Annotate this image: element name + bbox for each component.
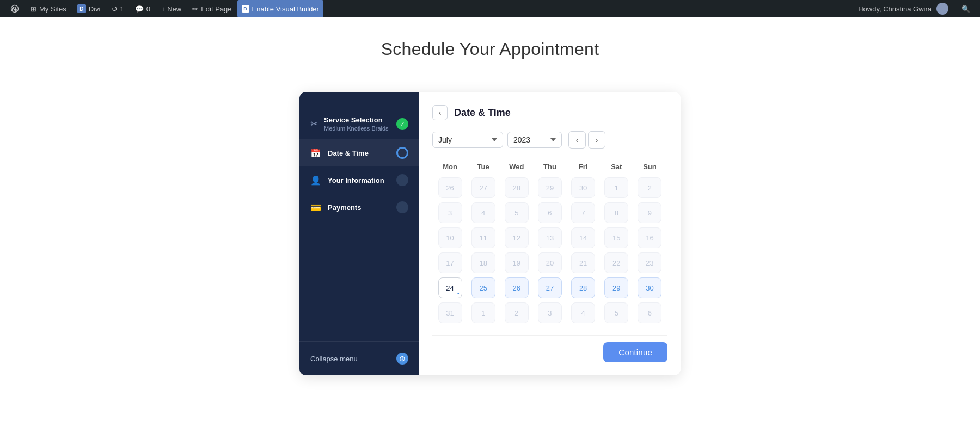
day-2-disabled: 2 (638, 177, 661, 198)
cal-day-cell: 17 (434, 251, 465, 274)
divi-label: Divi (89, 5, 101, 13)
user-avatar (936, 3, 948, 15)
calendar-week-0: 262728293012 (434, 176, 665, 199)
calendar-header-row: Mon Tue Wed Thu Fri Sat Sun (434, 159, 665, 174)
collapse-menu-button[interactable]: Collapse menu ⊕ (310, 353, 408, 365)
cal-day-cell: 18 (468, 251, 499, 274)
step-service-selection[interactable]: ✂ Service Selection Medium Knotless Brai… (299, 108, 419, 139)
day-24-today[interactable]: 24 (438, 277, 462, 298)
calendar-panel: ‹ Date & Time January February March Apr… (419, 92, 681, 375)
user-greeting[interactable]: Howdy, Christina Gwira (853, 0, 954, 17)
wp-logo-item[interactable] (4, 0, 25, 17)
calendar-week-4: 24252627282930 (434, 276, 665, 299)
cal-day-cell: 21 (568, 251, 599, 274)
cal-day-cell: 2 (501, 301, 532, 324)
continue-button[interactable]: Continue (603, 342, 667, 362)
month-select[interactable]: January February March April May June Ju… (432, 132, 503, 148)
day-28-outside-month: 28 (505, 177, 529, 198)
admin-bar: ⊞ My Sites D Divi ↺ 1 💬 0 + New ✏ Edit P… (0, 0, 980, 17)
prev-arrow-icon: ‹ (576, 135, 579, 144)
col-mon: Mon (434, 159, 465, 174)
divi-item[interactable]: D Divi (72, 0, 106, 17)
visual-builder-label: Enable Visual Builder (252, 5, 319, 13)
cal-day-cell: 1 (468, 301, 499, 324)
day-16-disabled: 16 (638, 227, 661, 248)
payments-indicator (396, 201, 408, 213)
comments-item[interactable]: 💬 0 (130, 0, 156, 17)
service-complete-indicator: ✓ (396, 118, 408, 130)
year-select[interactable]: 2022 2023 2024 (507, 132, 562, 148)
cal-day-cell: 29 (534, 176, 565, 199)
next-month-button[interactable]: › (588, 131, 605, 149)
step-your-information[interactable]: 👤 Your Information (299, 166, 419, 194)
day-20-disabled: 20 (538, 252, 562, 273)
cal-day-cell: 6 (534, 201, 565, 224)
cal-day-cell: 2 (634, 176, 665, 199)
day-8-disabled: 8 (604, 202, 628, 223)
search-item[interactable]: 🔍 (956, 0, 976, 17)
col-thu: Thu (534, 159, 565, 174)
cal-day-cell: 12 (501, 226, 532, 249)
greeting-text: Howdy, Christina Gwira (858, 5, 932, 13)
my-sites-label: My Sites (39, 5, 66, 13)
day-27-available[interactable]: 27 (538, 277, 562, 298)
day-17-disabled: 17 (438, 252, 462, 273)
edit-page-item[interactable]: ✏ Edit Page (187, 0, 237, 17)
day-19-disabled: 19 (505, 252, 529, 273)
cal-day-cell: 30 (634, 276, 665, 299)
day-30-outside-month: 30 (571, 177, 595, 198)
visual-builder-item[interactable]: D Enable Visual Builder (237, 0, 323, 17)
day-28-available[interactable]: 28 (571, 277, 595, 298)
new-item[interactable]: + New (156, 0, 187, 17)
col-sat: Sat (601, 159, 632, 174)
cal-day-cell: 4 (468, 201, 499, 224)
cal-day-cell: 27 (468, 176, 499, 199)
day-9-disabled: 9 (638, 202, 661, 223)
day-14-disabled: 14 (571, 227, 595, 248)
col-tue: Tue (468, 159, 499, 174)
card-icon: 💳 (310, 202, 321, 213)
day-25-available[interactable]: 25 (471, 277, 495, 298)
cal-day-cell: 30 (568, 176, 599, 199)
cal-day-cell: 20 (534, 251, 565, 274)
day-22-disabled: 22 (604, 252, 628, 273)
day-5-disabled: 5 (505, 202, 529, 223)
cal-day-cell: 9 (634, 201, 665, 224)
day-13-disabled: 13 (538, 227, 562, 248)
step-payments[interactable]: 💳 Payments (299, 194, 419, 221)
cal-day-cell: 3 (534, 301, 565, 324)
collapse-menu-label: Collapse menu (310, 355, 358, 363)
cal-day-cell: 27 (534, 276, 565, 299)
day-3-disabled: 3 (438, 202, 462, 223)
page-title: Schedule Your Appointment (33, 39, 947, 59)
month-year-row: January February March April May June Ju… (432, 131, 667, 149)
day-2-outside-month: 2 (505, 302, 529, 323)
col-fri: Fri (568, 159, 599, 174)
col-wed: Wed (501, 159, 532, 174)
cal-day-cell: 19 (501, 251, 532, 274)
cal-day-cell: 11 (468, 226, 499, 249)
appointment-widget: ✂ Service Selection Medium Knotless Brai… (299, 92, 681, 375)
day-30-available[interactable]: 30 (638, 277, 661, 298)
revisions-item[interactable]: ↺ 1 (106, 0, 130, 17)
cal-day-cell: 1 (601, 176, 632, 199)
calendar-week-3: 17181920212223 (434, 251, 665, 274)
cal-day-cell: 13 (534, 226, 565, 249)
next-arrow-icon: › (596, 135, 598, 144)
admin-bar-right: Howdy, Christina Gwira 🔍 (853, 0, 976, 17)
date-time-label: Date & Time (328, 149, 390, 157)
step-date-time[interactable]: 📅 Date & Time (299, 139, 419, 166)
cal-day-cell: 8 (601, 201, 632, 224)
day-26-available[interactable]: 26 (505, 277, 529, 298)
day-29-available[interactable]: 29 (604, 277, 628, 298)
back-button[interactable]: ‹ (432, 105, 448, 120)
col-sun: Sun (634, 159, 665, 174)
sites-icon: ⊞ (30, 5, 36, 13)
edit-icon: ✏ (192, 5, 198, 13)
day-21-disabled: 21 (571, 252, 595, 273)
day-11-disabled: 11 (471, 227, 495, 248)
prev-month-button[interactable]: ‹ (568, 131, 586, 149)
calendar-week-5: 31123456 (434, 301, 665, 324)
my-sites-item[interactable]: ⊞ My Sites (25, 0, 72, 17)
comments-icon: 💬 (135, 5, 144, 13)
